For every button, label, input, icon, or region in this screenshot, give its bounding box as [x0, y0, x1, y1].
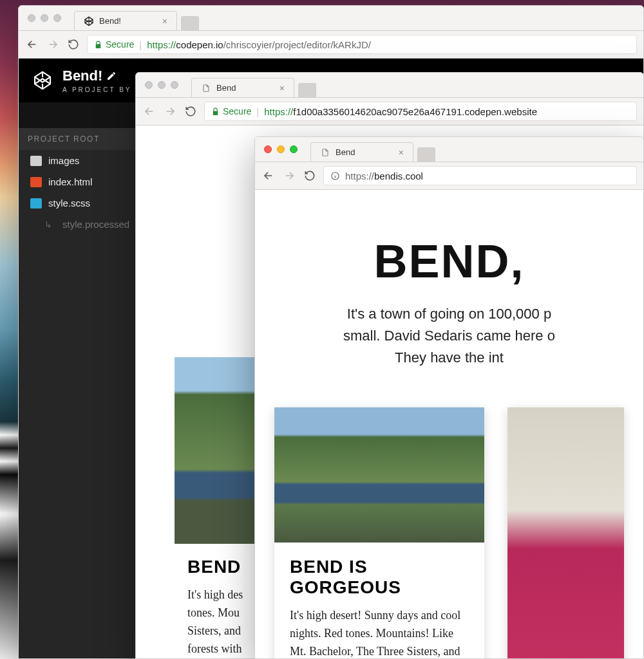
reload-button[interactable] — [184, 104, 198, 118]
file-name: images — [48, 155, 79, 166]
close-tab-icon[interactable]: × — [162, 16, 167, 26]
page-favicon-icon — [201, 83, 211, 93]
hero-title: BEND, — [274, 235, 624, 288]
tab-strip: Bend × — [191, 73, 316, 97]
project-title-row: Bend! — [62, 68, 132, 84]
codepen-favicon-icon — [84, 16, 94, 26]
file-name: style.processed — [62, 219, 129, 230]
tab-title: Bend — [336, 147, 355, 157]
close-window-button[interactable] — [264, 145, 272, 153]
codepen-logo-icon — [32, 70, 53, 91]
file-name: style.scss — [48, 198, 90, 209]
maximize-window-button[interactable] — [53, 14, 61, 22]
nav-toolbar: Secure | https://f1d00a3356014620ac9075e… — [136, 97, 643, 125]
secure-label: Secure — [106, 39, 134, 50]
hero-subtitle: It's a town of going on 100,000 p small.… — [274, 303, 624, 369]
titlebar: Bend! × — [19, 6, 643, 30]
tab-strip: Bend × — [310, 137, 435, 162]
secure-label: Secure — [223, 106, 251, 116]
linked-file-icon: ↳ — [44, 219, 56, 230]
tab-title: Bend — [216, 83, 236, 93]
close-window-button[interactable] — [28, 14, 35, 22]
address-bar[interactable]: Secure | https://f1d00a3356014620ac9075e… — [204, 102, 637, 121]
back-button[interactable] — [142, 104, 156, 118]
window-controls — [255, 145, 307, 153]
content-card: BEND IS GORGEOUS It's high desert! Sunny… — [274, 407, 484, 658]
lock-icon — [211, 107, 220, 116]
maximize-window-button[interactable] — [290, 145, 298, 153]
browser-window-bendis-cool: Bend × https://bendis.cool BEND, It's a — [254, 136, 644, 659]
reload-button[interactable] — [303, 169, 317, 183]
titlebar: Bend × — [136, 73, 643, 97]
forward-button[interactable] — [46, 37, 60, 51]
scss-file-icon — [30, 198, 42, 209]
file-name: index.html — [48, 176, 92, 187]
reload-button[interactable] — [66, 37, 80, 51]
window-controls — [136, 81, 187, 89]
card-row: BEND IS GORGEOUS It's high desert! Sunny… — [274, 407, 624, 658]
minimize-window-button[interactable] — [277, 145, 285, 153]
info-icon[interactable] — [330, 171, 340, 181]
html-file-icon — [30, 177, 42, 187]
page-favicon-icon — [320, 147, 330, 158]
window-controls — [19, 14, 70, 22]
browser-tab-active[interactable]: Bend × — [310, 142, 413, 162]
edit-title-icon[interactable] — [106, 71, 117, 81]
lock-icon — [94, 41, 102, 49]
nav-toolbar: Secure | https://codepen.io/chriscoyier/… — [19, 30, 643, 59]
browser-tab-active[interactable]: Bend! × — [74, 11, 177, 30]
url-text: https://bendis.cool — [345, 171, 423, 181]
nav-toolbar: https://bendis.cool — [255, 162, 643, 190]
card-title: BEND IS GORGEOUS — [290, 557, 469, 598]
card-text: It's high desert! Sunny days and cool ni… — [290, 607, 469, 658]
content-card — [507, 407, 624, 658]
url-text: https://f1d00a3356014620ac9075e26a467191… — [264, 106, 537, 117]
secure-indicator: Secure — [94, 39, 134, 50]
forward-button[interactable] — [282, 169, 296, 183]
project-subtitle: A PROJECT BY — [62, 86, 132, 93]
back-button[interactable] — [25, 37, 39, 51]
minimize-window-button[interactable] — [158, 81, 166, 89]
address-bar[interactable]: Secure | https://codepen.io/chriscoyier/… — [87, 35, 637, 54]
url-text: https://codepen.io/chriscoyier/project/e… — [147, 39, 371, 50]
secure-indicator: Secure — [211, 106, 251, 116]
new-tab-button[interactable] — [181, 16, 199, 30]
new-tab-button[interactable] — [417, 147, 435, 162]
close-window-button[interactable] — [145, 81, 153, 89]
close-tab-icon[interactable]: × — [399, 147, 404, 158]
minimize-window-button[interactable] — [41, 14, 48, 22]
card-image — [507, 407, 624, 658]
new-tab-button[interactable] — [298, 83, 316, 97]
tab-title: Bend! — [99, 16, 121, 26]
project-title: Bend! — [62, 68, 102, 84]
page-content: BEND, It's a town of going on 100,000 p … — [255, 190, 643, 658]
close-tab-icon[interactable]: × — [279, 83, 285, 93]
maximize-window-button[interactable] — [171, 81, 178, 89]
back-button[interactable] — [261, 169, 276, 183]
browser-tab-active[interactable]: Bend × — [191, 78, 294, 97]
address-bar[interactable]: https://bendis.cool — [323, 166, 637, 185]
titlebar: Bend × — [255, 137, 643, 162]
forward-button[interactable] — [163, 104, 177, 118]
tab-strip: Bend! × — [74, 6, 199, 30]
card-image — [274, 407, 484, 543]
folder-icon — [30, 156, 42, 166]
